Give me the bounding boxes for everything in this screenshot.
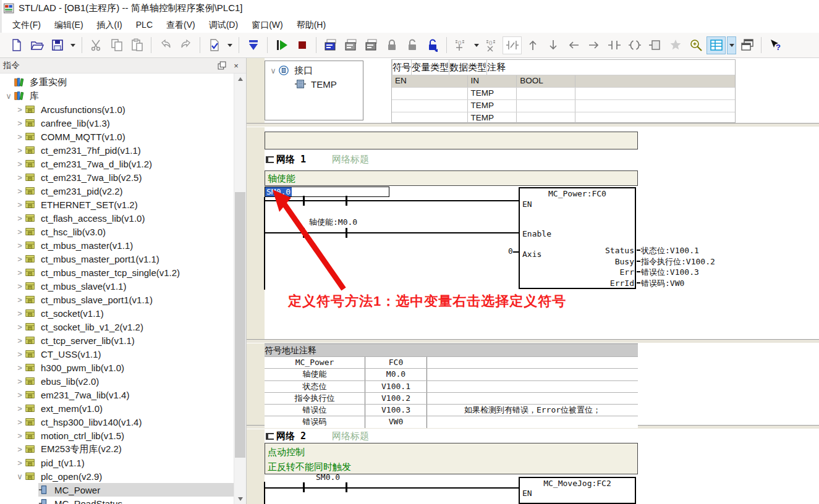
- zoom-tool-button[interactable]: [686, 36, 705, 54]
- redo-button[interactable]: [176, 36, 195, 54]
- cell-symbol[interactable]: MC_Power: [265, 357, 365, 368]
- cell-address[interactable]: V100.1: [365, 381, 426, 392]
- cell-data-type[interactable]: [516, 88, 575, 99]
- network-title-placeholder[interactable]: 网络标题: [332, 154, 369, 166]
- menu-item[interactable]: 查看(V): [159, 17, 202, 33]
- menu-item[interactable]: 插入(I): [90, 17, 129, 33]
- insert-contact-button[interactable]: [605, 36, 624, 54]
- table-row[interactable]: MC_Power FC0: [265, 356, 638, 368]
- download-button[interactable]: [244, 36, 263, 54]
- collapse-icon[interactable]: [266, 156, 274, 163]
- cell-comment[interactable]: [426, 381, 638, 392]
- tree-item[interactable]: > Arcusfunctions(v1.0): [0, 103, 234, 116]
- expander-icon[interactable]: >: [15, 187, 25, 196]
- cell-symbol[interactable]: EN: [392, 75, 467, 87]
- contact-bar[interactable]: [346, 228, 347, 238]
- tree-item[interactable]: > COMM_MQTT(v1.0): [0, 130, 234, 143]
- tree-item[interactable]: > pid_t(v1.1): [0, 456, 234, 469]
- tree-item[interactable]: > ext_mem(v1.0): [0, 401, 234, 415]
- cell-address[interactable]: VW0: [365, 416, 426, 427]
- axis-constant[interactable]: 0: [508, 246, 513, 256]
- operand-edit-box[interactable]: SM0.0: [265, 187, 389, 197]
- table-row[interactable]: TEMP: [392, 87, 735, 99]
- network1-comment-box[interactable]: 轴使能: [265, 170, 638, 186]
- pou-comment-box[interactable]: [265, 132, 638, 149]
- insert-branch-button[interactable]: (): [451, 36, 470, 54]
- cell-symbol[interactable]: 轴使能: [265, 369, 365, 380]
- cell-data-type[interactable]: BOOL: [516, 75, 575, 87]
- contact2-label[interactable]: 轴使能:M0.0: [309, 217, 357, 228]
- collapse-icon[interactable]: [266, 433, 274, 440]
- expander-icon[interactable]: >: [15, 404, 25, 413]
- tree-item[interactable]: > canfree_lib(v1.3): [0, 116, 234, 130]
- stop-button[interactable]: [292, 36, 312, 54]
- tree-item[interactable]: > ct_mbus_master(v1.1): [0, 238, 234, 252]
- insert-network-button[interactable]: [321, 36, 340, 54]
- cell-address[interactable]: FC0: [365, 357, 426, 368]
- cell-comment[interactable]: [426, 393, 638, 404]
- table-row[interactable]: 状态位 V100.1: [265, 380, 638, 392]
- cascade-windows-button[interactable]: [737, 36, 757, 54]
- tree-item[interactable]: > ETHERNET_SET(v1.2): [0, 198, 234, 211]
- table-row[interactable]: 错误码 VW0: [265, 416, 638, 427]
- tree-item[interactable]: ∨ plc_open(v2.9): [0, 469, 234, 483]
- tree-item[interactable]: > h300_pwm_lib(v1.0): [0, 361, 234, 374]
- expander-icon[interactable]: >: [15, 363, 25, 372]
- cell-comment[interactable]: [426, 357, 638, 368]
- expander-icon[interactable]: >: [15, 173, 25, 182]
- tree-item[interactable]: > ct_hsc_lib(v3.0): [0, 225, 234, 238]
- expander-icon[interactable]: >: [15, 254, 25, 264]
- cell-data-type[interactable]: [516, 100, 575, 112]
- tree-item[interactable]: > ct_em231_7hf_pid(v1.1): [0, 143, 234, 157]
- tree-item[interactable]: MC_ReadStatus: [0, 497, 234, 504]
- expander-icon[interactable]: >: [15, 390, 25, 400]
- splitter[interactable]: [247, 123, 819, 127]
- interface-tree-item[interactable]: TEMP: [265, 77, 363, 91]
- lock-pou-button[interactable]: [382, 36, 401, 54]
- table-row[interactable]: 错误位 V100.3 如果检测到有错误，Error位被置位；: [265, 404, 638, 416]
- cell-symbol[interactable]: 错误码: [265, 416, 365, 427]
- expander-icon[interactable]: >: [15, 268, 25, 277]
- menu-item[interactable]: 调试(D): [202, 17, 245, 33]
- cell-comment[interactable]: [575, 75, 735, 87]
- dock-icon[interactable]: [218, 61, 226, 70]
- expander-icon[interactable]: >: [15, 350, 25, 359]
- expander-icon[interactable]: >: [15, 295, 25, 304]
- move-down-button[interactable]: [543, 36, 562, 54]
- expander-icon[interactable]: >: [15, 227, 25, 237]
- expander-icon[interactable]: >: [15, 458, 25, 468]
- menu-item[interactable]: 帮助(H): [290, 17, 333, 33]
- undo-button[interactable]: [156, 36, 175, 54]
- contact-bar[interactable]: [303, 482, 305, 492]
- network-title-placeholder[interactable]: 网络标题: [332, 430, 369, 442]
- cell-symbol[interactable]: [392, 100, 467, 112]
- table-row[interactable]: TEMP: [392, 112, 735, 124]
- tree-item[interactable]: > ct_em231_7wa_d_lib(v1.2): [0, 157, 234, 170]
- block-output-target[interactable]: 错误位:V100.3: [637, 267, 715, 278]
- open-file-button[interactable]: [27, 36, 46, 54]
- cell-var-type[interactable]: IN: [467, 75, 517, 87]
- block-output-target[interactable]: 指令执行位:V100.2: [637, 256, 715, 267]
- cell-symbol[interactable]: [392, 88, 467, 99]
- contact-bar[interactable]: [346, 482, 347, 492]
- cell-address[interactable]: V100.2: [365, 393, 426, 404]
- menu-item[interactable]: 窗口(W): [245, 17, 290, 33]
- cell-symbol[interactable]: 错误位: [265, 405, 365, 416]
- cell-comment[interactable]: [426, 416, 638, 427]
- move-right-button[interactable]: [584, 36, 603, 54]
- block-output-target[interactable]: 错误码:VW0: [637, 278, 715, 289]
- move-left-button[interactable]: [564, 36, 583, 54]
- cell-symbol[interactable]: 状态位: [265, 381, 365, 392]
- cell-var-type[interactable]: TEMP: [467, 100, 517, 112]
- menu-item[interactable]: 编辑(E): [48, 17, 90, 33]
- expander-icon[interactable]: >: [15, 282, 25, 291]
- tree-item[interactable]: > ct_mbus_master_tcp_single(v1.2): [0, 266, 234, 279]
- tree-item[interactable]: > motion_ctrl_lib(v1.5): [0, 429, 234, 442]
- expander-icon[interactable]: >: [15, 445, 25, 454]
- delete-network-button[interactable]: [362, 36, 381, 54]
- sidebar-scrollbar[interactable]: [234, 74, 246, 504]
- expander-icon[interactable]: >: [15, 119, 25, 128]
- unlock-all-button[interactable]: [423, 36, 442, 54]
- move-up-button[interactable]: [523, 36, 542, 54]
- tree-item[interactable]: > CT_USS(v1.1): [0, 347, 234, 361]
